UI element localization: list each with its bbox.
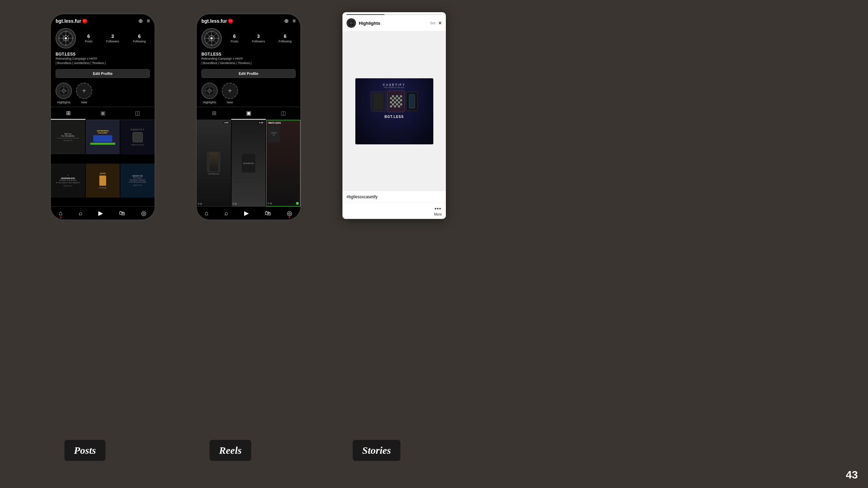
add-highlight-circle-reels: + [222,83,238,99]
bio-section-reels: BGT.LESS Rebranding Campaign x HKFF | Bo… [197,50,300,67]
highlight-circle-posts [56,83,72,99]
story-footer: ••• More [342,203,446,219]
avatar-reels [201,28,222,48]
casetify-brand-text: CASETiFY [383,83,406,86]
profile-name-posts: BGT.LESS [56,52,150,57]
new-highlight-label-posts: New [81,101,87,104]
edit-profile-button-reels[interactable]: Edit Profile [201,69,296,78]
reels-nav-posts[interactable]: ▶ [98,209,103,217]
reel-cell-3[interactable]: #BGT.LESS DRESSUP ▷0 [266,120,300,206]
story-time: 6m [430,21,435,25]
profile-section-reels: 6 Posts 3 Followers 6 Following [197,26,300,50]
highlight-item-reels[interactable]: Highlights [201,83,218,104]
reel-overlay-1: ▷0 [198,202,202,205]
new-highlight-item-posts[interactable]: + New [76,83,92,104]
reel-live-dot [296,202,299,205]
highlight-item-posts[interactable]: Highlights [56,83,72,104]
add-highlight-circle-posts: + [76,83,92,99]
reels-tab-reels[interactable]: ▣ [231,107,266,120]
reel-overlay-3: ▷0 [268,202,272,205]
home-nav-dot [60,217,61,218]
add-icon-posts[interactable]: ⊕ [138,18,143,24]
post-cell-3[interactable]: CASETiFY #bgtlessxcasetify [120,120,155,154]
post-cell-6[interactable]: ABOUT US BGT.LESS:Boundless CreativityIn… [120,164,155,198]
highlights-row-posts: Highlights + New [51,80,155,107]
highlight-label-posts: Highlights [57,101,71,104]
search-nav-reels[interactable]: ⌕ [224,210,228,217]
bio-line2-posts: | Boundless | Genderless | Timeless | [56,61,150,65]
story-close-button[interactable]: × [438,20,442,27]
bottom-nav-posts: ⌂ ⌕ ▶ 🛍 ◎ [51,206,155,220]
profile-nav-dot-reels [289,217,290,218]
grid-tab-reels[interactable]: ⊞ [197,107,231,120]
tagged-tab-posts[interactable]: ◫ [120,107,155,120]
new-highlight-label-reels: New [227,101,233,104]
post-cell-1[interactable]: Tips for Fur Durability #bgt.less.fur [51,120,85,154]
label-stories-text: Stories [362,445,391,456]
shop-nav-reels[interactable]: 🛍 [265,210,271,217]
profile-name-reels: BGT.LESS [201,52,296,57]
reels-tab-posts[interactable]: ▣ [85,107,120,120]
ig-header-posts: bgt.less.fur 9+ ⊕ ≡ [51,14,155,26]
following-stat: 6 Following [133,34,146,43]
bottom-nav-reels: ⌂ ⌕ ▶ 🛍 ◎ [197,206,300,220]
followers-stat: 3 Followers [106,34,119,43]
story-image-area: CASETiFY PRE-ORDER 01 JAN 2023 [342,32,446,191]
plus-icon-reels: + [228,87,232,95]
tabs-row-posts: ⊞ ▣ ◫ [51,107,155,120]
ig-header-reels: bgt.less.fur 9+ ⊕ ≡ [197,14,300,26]
edit-profile-button-posts[interactable]: Edit Profile [56,69,150,78]
reels-grid: BOUNDLESS ▷0 0:00 BOUNDLESS ▷0 0:00 [197,120,300,206]
phone-posts: bgt.less.fur 9+ ⊕ ≡ [50,14,155,220]
reels-nav-reels[interactable]: ▶ [244,209,249,217]
home-nav-reels[interactable]: ⌂ [205,210,209,217]
username-reels: bgt.less.fur [201,18,227,24]
svg-point-18 [211,37,213,39]
add-icon-reels[interactable]: ⊕ [284,18,289,24]
followers-stat-reels: 3 Followers [252,34,265,43]
profile-nav-reels[interactable]: ◎ [287,209,292,217]
tabs-row-reels: ⊞ ▣ ◫ [197,107,300,120]
reel-duration-1: 0:00 [223,121,230,124]
label-reels: Reels [210,440,251,461]
reel-cell-1[interactable]: BOUNDLESS ▷0 0:00 [197,120,231,206]
search-nav-posts[interactable]: ⌕ [79,210,82,217]
home-nav-posts[interactable]: ⌂ [59,210,63,217]
grid-tab-posts[interactable]: ⊞ [51,107,85,120]
posts-grid: Tips for Fur Durability #bgt.less.fur AR… [51,120,155,206]
more-button[interactable]: ••• More [434,206,442,216]
header-icons-posts: ⊕ ≡ [138,18,150,24]
posts-stat: 6 Posts [85,34,93,43]
post-cell-2[interactable]: ARTWORKSGALLERY [86,120,120,154]
post-cell-5[interactable]: OOTD #challenge [86,164,120,198]
highlight-label-reels: Highlights [203,101,216,104]
bio-line1-posts: Rebranding Campaign x HKFF [56,57,150,61]
highlight-circle-reels [201,83,218,99]
tagged-tab-reels[interactable]: ◫ [266,107,300,120]
profile-nav-posts[interactable]: ◎ [141,209,146,217]
profile-section-posts: 6 Posts 3 Followers 6 Following [51,26,155,50]
story-caption: #bgtlessxcasetify [342,191,446,203]
reel-cell-2[interactable]: BOUNDLESS ▷0 0:00 [232,120,266,206]
stats-row-posts: 6 Posts 3 Followers 6 Following [81,34,150,43]
phone-reels: bgt.less.fur 9+ ⊕ ≡ [196,14,301,220]
plus-icon-posts: + [82,87,86,95]
svg-point-6 [65,37,67,39]
shop-nav-posts[interactable]: 🛍 [119,210,125,217]
following-stat-reels: 6 Following [279,34,292,43]
new-highlight-item-reels[interactable]: + New [222,83,238,104]
username-area-reels: bgt.less.fur 9+ [201,18,233,24]
page-number: 43 [846,469,858,481]
menu-icon-posts[interactable]: ≡ [147,18,150,24]
username-posts: bgt.less.fur [56,18,81,24]
menu-icon-reels[interactable]: ≡ [293,18,296,24]
label-posts-text: Posts [74,445,96,456]
bgtless-brand-text: BGT.LESS [384,115,404,119]
post-cell-4[interactable]: " GENDERLESS FORGET THE RULESIF YOU LIKE… [51,164,85,198]
dots-icon: ••• [435,206,441,212]
more-label: More [434,212,442,216]
story-header: Highlights 6m × [342,15,446,32]
story-title: Highlights [359,21,429,26]
label-posts: Posts [64,440,105,461]
preorder-text: PRE-ORDER 01 JAN 2023 [384,86,404,88]
